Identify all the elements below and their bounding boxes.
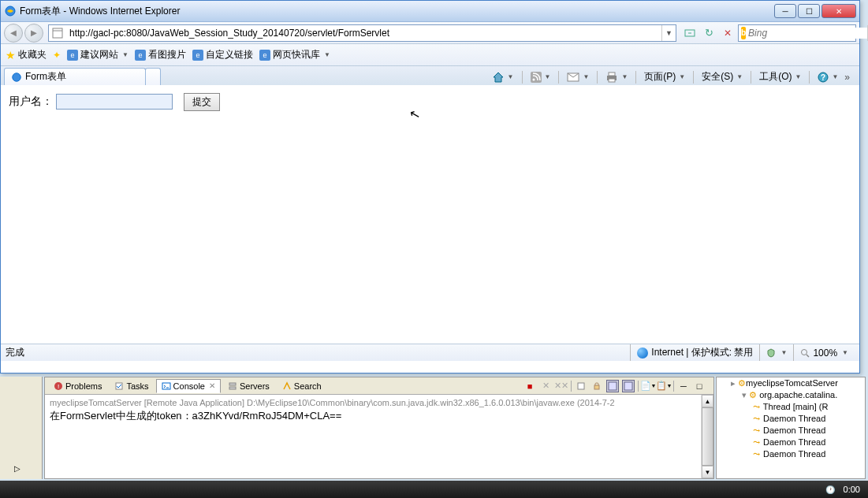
browser-window: Form表单 - Windows Internet Explorer ─ ☐ ✕… <box>0 0 860 374</box>
help-button[interactable]: ? ▼ <box>814 70 841 84</box>
remove-all-button[interactable]: ✕✕ <box>555 380 568 392</box>
zone-section[interactable]: Internet | 保护模式: 禁用 <box>630 344 759 361</box>
svg-point-3 <box>13 72 21 81</box>
tab-title: Form表单 <box>25 70 66 84</box>
compat-view-button[interactable] <box>681 24 698 42</box>
browser-tab[interactable]: Form表单 <box>4 68 146 85</box>
safety-menu[interactable]: 安全(S)▼ <box>698 69 746 85</box>
e-icon: e <box>192 50 203 61</box>
svg-rect-21 <box>609 382 617 390</box>
remove-terminated-button[interactable]: ✕ <box>539 380 552 392</box>
svg-point-5 <box>532 78 535 80</box>
window-title: Form表单 - Windows Internet Explorer <box>20 5 774 18</box>
favorites-bar: ★ 收藏夹 ✦ e 建议网站▼ e 看图搜片 e 自定义链接 e 网页快讯库▼ <box>1 44 859 66</box>
tree-process[interactable]: ▾ ⚙ org.apache.catalina. <box>717 389 865 401</box>
stop-button[interactable]: ✕ <box>719 24 736 42</box>
mail-button[interactable]: ▼ <box>564 71 592 84</box>
tree-thread-0[interactable]: ⤳ Thread [main] (R <box>717 401 865 413</box>
display-button[interactable] <box>622 380 635 392</box>
vertical-scrollbar[interactable]: ▲ ▼ <box>701 395 713 478</box>
address-input[interactable] <box>66 28 661 39</box>
overflow-button[interactable]: » <box>844 72 850 83</box>
globe-icon <box>637 347 648 359</box>
tree-thread-1[interactable]: ⤳ Daemon Thread <box>717 413 865 425</box>
new-tab-button[interactable] <box>145 68 161 85</box>
svg-rect-20 <box>594 385 599 389</box>
tab-search[interactable]: Search <box>277 379 327 393</box>
window-controls: ─ ☐ ✕ <box>774 4 856 18</box>
bing-icon: b <box>741 27 746 39</box>
new-console-button[interactable]: 📋▼ <box>658 380 670 392</box>
svg-rect-18 <box>229 387 236 389</box>
tab-tasks[interactable]: Tasks <box>109 379 154 393</box>
protected-mode-section[interactable]: ▼ <box>759 344 793 361</box>
svg-rect-9 <box>609 79 615 82</box>
tab-servers[interactable]: Servers <box>222 379 275 393</box>
command-bar: ▼ ▼ ▼ ▼ 页面(P)▼ 安全(S)▼ <box>489 69 856 85</box>
ide-debug-panel: ▸ ⚙myeclipseTomcatServer ▾ ⚙ org.apache.… <box>716 377 866 479</box>
svg-rect-8 <box>609 72 615 76</box>
add-favorite-button[interactable]: ✦ <box>53 50 61 61</box>
close-icon[interactable]: ✕ <box>209 381 215 390</box>
back-button[interactable]: ◄ <box>4 24 23 43</box>
scrollbar-thumb[interactable] <box>702 407 713 466</box>
fav-link-suggested[interactable]: e 建议网站▼ <box>67 48 129 61</box>
scroll-down-button[interactable]: ▼ <box>702 466 713 478</box>
search-container: b 🔍 <box>738 24 856 42</box>
favorites-label: 收藏夹 <box>18 48 47 61</box>
zone-text: Internet | 保护模式: 禁用 <box>651 346 753 359</box>
status-bar: 完成 Internet | 保护模式: 禁用 ▼ 100% ▼ <box>1 344 859 361</box>
e-icon: e <box>135 50 146 61</box>
forward-button[interactable]: ► <box>24 24 43 43</box>
open-console-button[interactable]: 📄▼ <box>642 380 654 392</box>
close-button[interactable]: ✕ <box>821 4 856 18</box>
scroll-up-button[interactable]: ▲ <box>702 395 713 407</box>
svg-rect-16 <box>162 383 170 389</box>
favorites-button[interactable]: ★ 收藏夹 <box>6 48 47 61</box>
tree-server[interactable]: ▸ ⚙myeclipseTomcatServer <box>717 377 865 389</box>
tab-problems[interactable]: ! Problems <box>48 379 107 393</box>
maximize-button[interactable]: ☐ <box>798 4 820 18</box>
scroll-lock-button[interactable] <box>590 380 603 392</box>
content-area: 用户名： 提交 ↖ <box>1 85 859 344</box>
home-button[interactable]: ▼ <box>489 69 517 85</box>
print-button[interactable]: ▼ <box>602 70 631 84</box>
tools-menu[interactable]: 工具(O)▼ <box>756 69 804 85</box>
fav-link-custom[interactable]: e 自定义链接 <box>192 48 253 61</box>
tree-thread-4[interactable]: ⤳ Daemon Thread <box>717 448 865 460</box>
tree-thread-2[interactable]: ⤳ Daemon Thread <box>717 425 865 437</box>
fav-link-webslices[interactable]: e 网页快讯库▼ <box>259 48 330 61</box>
minimize-view-button[interactable]: ─ <box>677 380 690 392</box>
tab-console[interactable]: Console ✕ <box>156 379 221 393</box>
expand-icon[interactable]: ▷ <box>14 464 20 473</box>
taskbar-time[interactable]: 0:00 <box>844 485 860 494</box>
nav-row: ◄ ► ▼ ↻ ✕ b 🔍 <box>1 22 859 44</box>
tray-clock-icon[interactable]: 🕐 <box>825 484 836 495</box>
zoom-section[interactable]: 100% ▼ <box>793 344 855 361</box>
svg-rect-1 <box>53 28 62 38</box>
ie-icon <box>11 72 22 83</box>
username-input[interactable] <box>56 94 173 110</box>
feeds-button[interactable]: ▼ <box>527 70 554 84</box>
titlebar: Form表单 - Windows Internet Explorer ─ ☐ ✕ <box>1 1 859 22</box>
maximize-view-button[interactable]: □ <box>693 380 706 392</box>
console-toolbar: ■ ✕ ✕✕ 📄▼ 📋▼ ─ □ <box>523 380 710 392</box>
console-content: myeclipseTomcatServer [Remote Java Appli… <box>45 395 713 478</box>
e-icon: e <box>259 50 270 61</box>
fav-link-images[interactable]: e 看图搜片 <box>135 48 186 61</box>
page-menu[interactable]: 页面(P)▼ <box>641 69 688 85</box>
ide-left-sliver: ▷ <box>0 377 43 479</box>
pin-button[interactable] <box>606 380 619 392</box>
clear-button[interactable] <box>575 380 587 392</box>
page-icon <box>51 27 64 39</box>
refresh-button[interactable]: ↻ <box>700 24 717 42</box>
svg-text:?: ? <box>821 73 825 82</box>
minimize-button[interactable]: ─ <box>774 4 796 18</box>
cursor-icon: ↖ <box>408 106 421 124</box>
search-input[interactable] <box>748 28 867 39</box>
address-dropdown[interactable]: ▼ <box>661 25 676 41</box>
submit-button[interactable]: 提交 <box>184 93 220 111</box>
tree-thread-3[interactable]: ⤳ Daemon Thread <box>717 437 865 448</box>
terminate-button[interactable]: ■ <box>523 380 536 392</box>
star-icon: ★ <box>6 49 16 61</box>
